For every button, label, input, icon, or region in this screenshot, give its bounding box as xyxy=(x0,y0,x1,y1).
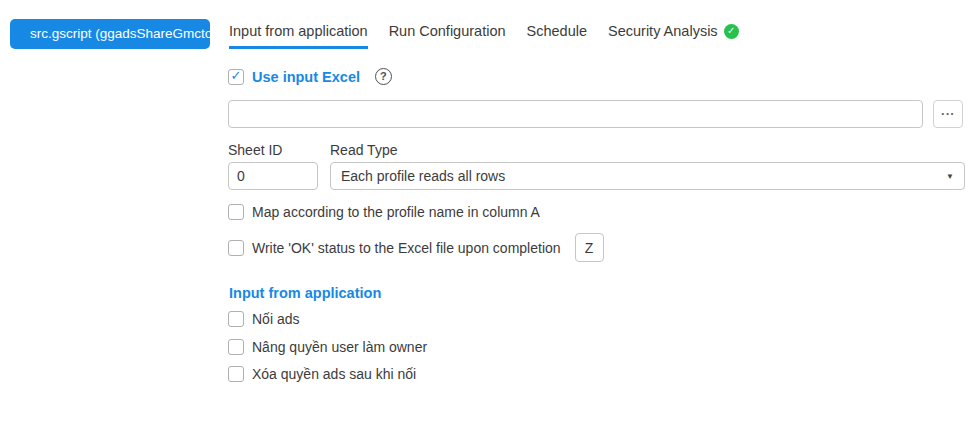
tab-label: Schedule xyxy=(527,23,587,39)
script-config-panel: src.gscript (ggadsShareGmcto Input from … xyxy=(0,0,979,425)
read-type-select[interactable]: Each profile reads all rows ▼ xyxy=(330,162,965,190)
map-profile-label: Map according to the profile name in col… xyxy=(252,204,540,220)
script-name-badge[interactable]: src.gscript (ggadsShareGmcto xyxy=(10,19,210,49)
option-row-noi-ads: Nối ads xyxy=(228,311,299,327)
tab-bar: Input from application Run Configuration… xyxy=(229,23,739,49)
tab-input-from-application[interactable]: Input from application xyxy=(229,23,368,49)
ellipsis-icon: ... xyxy=(941,103,955,118)
tab-label: Run Configuration xyxy=(389,23,506,39)
sheet-id-input[interactable] xyxy=(228,162,318,190)
tab-run-configuration[interactable]: Run Configuration xyxy=(389,23,506,49)
option-row-xoa-quyen: Xóa quyền ads sau khi nối xyxy=(228,366,416,382)
write-ok-checkbox[interactable] xyxy=(228,240,244,256)
use-input-excel-checkbox[interactable]: ✓ xyxy=(228,69,244,85)
security-passed-icon: ✓ xyxy=(724,24,739,39)
checkbox-check-icon: ✓ xyxy=(231,69,242,82)
map-profile-checkbox[interactable] xyxy=(228,204,244,220)
write-ok-row: Write 'OK' status to the Excel file upon… xyxy=(228,233,604,262)
write-ok-column-input[interactable]: Z xyxy=(575,233,604,262)
chevron-down-icon: ▼ xyxy=(946,172,954,181)
nang-quyen-checkbox[interactable] xyxy=(228,339,244,355)
tab-security-analysis[interactable]: Security Analysis ✓ xyxy=(608,23,739,49)
noi-ads-checkbox[interactable] xyxy=(228,311,244,327)
tab-schedule[interactable]: Schedule xyxy=(527,23,587,49)
xoa-quyen-label: Xóa quyền ads sau khi nối xyxy=(252,366,416,382)
nang-quyen-label: Nâng quyền user làm owner xyxy=(252,339,427,355)
map-profile-row: Map according to the profile name in col… xyxy=(228,204,540,220)
tab-label: Input from application xyxy=(229,23,368,39)
option-row-nang-quyen: Nâng quyền user làm owner xyxy=(228,339,427,355)
sheet-id-label: Sheet ID xyxy=(228,142,282,158)
read-type-selected-value: Each profile reads all rows xyxy=(341,168,505,184)
use-input-excel-row: ✓ Use input Excel ? xyxy=(228,68,392,85)
xoa-quyen-checkbox[interactable] xyxy=(228,366,244,382)
noi-ads-label: Nối ads xyxy=(252,311,299,327)
help-icon[interactable]: ? xyxy=(375,68,392,85)
use-input-excel-label: Use input Excel xyxy=(252,69,360,85)
excel-file-path-input[interactable] xyxy=(228,100,923,128)
read-type-label: Read Type xyxy=(330,142,397,158)
write-ok-label: Write 'OK' status to the Excel file upon… xyxy=(252,240,561,256)
tab-label: Security Analysis xyxy=(608,23,718,39)
input-from-application-heading: Input from application xyxy=(229,285,381,301)
browse-file-button[interactable]: ... xyxy=(933,100,963,128)
